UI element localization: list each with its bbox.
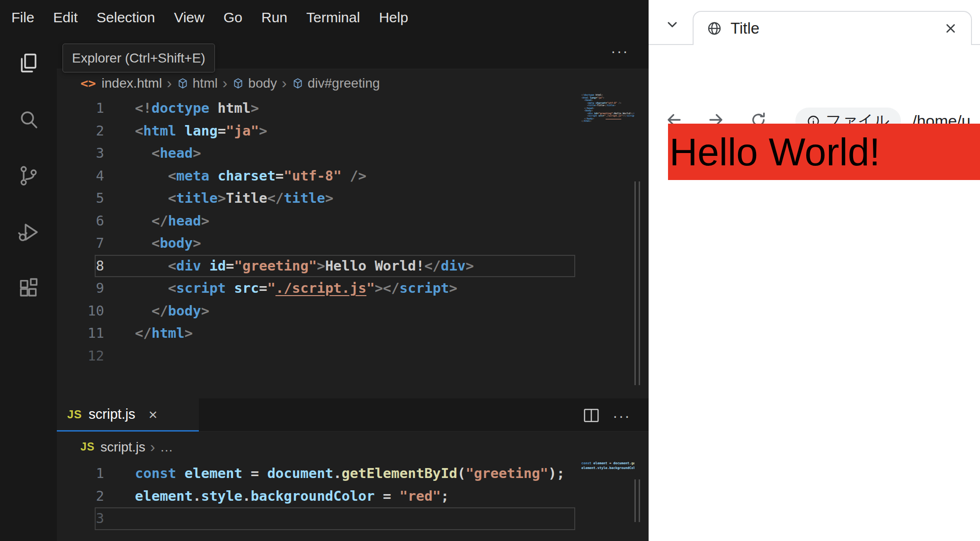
browser-window: Title ファイ	[649, 0, 980, 541]
breadcrumb-item[interactable]: index.html	[102, 76, 162, 91]
scrollbar[interactable]	[634, 479, 636, 522]
line-number: 12	[57, 345, 104, 368]
extensions-icon	[17, 277, 40, 300]
code-line-8[interactable]: 8 <div id="greeting">Hello World!</div>	[57, 255, 639, 278]
menu-item-view[interactable]: View	[164, 0, 214, 35]
breadcrumb-item[interactable]: html	[193, 76, 218, 91]
line-number: 7	[57, 232, 104, 255]
screen: FileEditSelectionViewGoRunTerminalHelp	[0, 0, 980, 541]
minimap-line: const element = document.getElementById(…	[581, 461, 634, 466]
editor-more-actions-button[interactable]: ···	[611, 44, 629, 59]
minimap[interactable]: const element = document.getElementById(…	[581, 461, 634, 477]
activity-bar	[0, 35, 57, 541]
code-line-11[interactable]: 11</html>	[57, 322, 639, 345]
activity-run-debug-button[interactable]	[0, 204, 57, 260]
js-file-icon: JS	[80, 441, 95, 453]
overview-ruler-mark	[639, 181, 640, 385]
chevron-down-icon[interactable]	[665, 17, 680, 32]
code-text: </head>	[135, 210, 209, 233]
code-text: <div id="greeting">Hello World!</div>	[135, 255, 474, 278]
tab-label: script.js	[89, 406, 135, 422]
breadcrumb-separator: ›	[223, 74, 228, 92]
panel-breadcrumb: JS script.js › …	[57, 432, 649, 462]
overview-ruler-mark	[639, 479, 640, 522]
menu-item-run[interactable]: Run	[252, 0, 297, 35]
code-text: <script src="./script.js"></script>	[135, 277, 457, 300]
menu-item-go[interactable]: Go	[214, 0, 252, 35]
activity-search-button[interactable]	[0, 91, 57, 147]
js-editor[interactable]: 1const element = document.getElementById…	[57, 462, 639, 530]
breadcrumb-separator: ›	[282, 74, 287, 92]
activity-explorer-button[interactable]	[0, 35, 57, 91]
code-line-4[interactable]: 4 <meta charset="utf-8" />	[57, 165, 639, 188]
explorer-icon	[17, 52, 40, 74]
code-line-7[interactable]: 7 <body>	[57, 232, 639, 255]
current-line-highlight	[95, 507, 575, 530]
code-text: <meta charset="utf-8" />	[135, 165, 366, 188]
code-line-3[interactable]: 3 <head>	[57, 142, 639, 165]
line-number: 11	[57, 322, 104, 345]
html-editor[interactable]: 1<!doctype html>2<html lang="ja">3 <head…	[57, 97, 639, 367]
code-line-1[interactable]: 1<!doctype html>	[57, 97, 639, 120]
browser-toolbar: ファイル /home/u	[649, 45, 980, 100]
split-editor-icon[interactable]	[582, 406, 600, 424]
symbol-element-icon	[232, 77, 244, 90]
minimap-line: </html>	[581, 120, 634, 123]
line-number: 4	[57, 165, 104, 188]
globe-icon	[707, 21, 722, 36]
minimap[interactable]: <!doctype html><html lang="ja"> <head> <…	[581, 94, 634, 127]
breadcrumb-separator: ›	[167, 74, 172, 92]
scrollbar[interactable]	[634, 181, 636, 385]
code-line-5[interactable]: 5 <title>Title</title>	[57, 187, 639, 210]
code-text: <body>	[135, 232, 201, 255]
code-text: <title>Title</title>	[135, 187, 333, 210]
line-number: 6	[57, 210, 104, 233]
line-number: 8	[57, 255, 104, 278]
tab-title: Title	[731, 19, 759, 37]
symbol-element-icon	[292, 77, 304, 90]
browser-tab[interactable]: Title	[693, 11, 972, 45]
breadcrumb-item[interactable]: script.js	[100, 440, 145, 455]
code-line-3[interactable]: 3	[57, 507, 639, 530]
menu-item-help[interactable]: Help	[369, 0, 418, 35]
line-number: 2	[57, 485, 104, 508]
code-text: const element = document.getElementById(…	[135, 462, 565, 485]
source-control-icon	[17, 164, 40, 187]
code-line-1[interactable]: 1const element = document.getElementById…	[57, 462, 639, 485]
code-text: </html>	[135, 322, 193, 345]
panel-more-actions-button[interactable]: ···	[613, 408, 631, 424]
tab-script-js[interactable]: JS script.js ×	[57, 398, 199, 432]
explorer-tooltip: Explorer (Ctrl+Shift+E)	[62, 44, 215, 72]
close-tab-icon[interactable]: ×	[149, 407, 158, 422]
menu-item-terminal[interactable]: Terminal	[297, 0, 369, 35]
code-text: <head>	[135, 142, 201, 165]
breadcrumb-item[interactable]: div#greeting	[308, 76, 380, 91]
code-line-10[interactable]: 10 </body>	[57, 300, 639, 323]
line-number: 10	[57, 300, 104, 323]
code-line-12[interactable]: 12	[57, 345, 639, 368]
activity-source-control-button[interactable]	[0, 147, 57, 204]
line-number: 1	[57, 97, 104, 120]
code-line-2[interactable]: 2<html lang="ja">	[57, 120, 639, 143]
browser-tab-strip: Title	[649, 0, 980, 45]
breadcrumb-item[interactable]: …	[160, 440, 173, 455]
breadcrumb-item[interactable]: body	[248, 76, 277, 91]
run-and-debug-icon	[17, 221, 40, 243]
breadcrumb-separator: ›	[150, 438, 155, 456]
search-icon	[17, 108, 40, 131]
line-number: 3	[57, 507, 104, 530]
js-file-icon: JS	[67, 408, 82, 421]
code-line-6[interactable]: 6 </head>	[57, 210, 639, 233]
menu-item-file[interactable]: File	[2, 0, 44, 35]
line-number: 3	[57, 142, 104, 165]
line-number: 9	[57, 277, 104, 300]
code-line-9[interactable]: 9 <script src="./script.js"></script>	[57, 277, 639, 300]
close-tab-icon[interactable]	[944, 21, 958, 36]
vscode-window: FileEditSelectionViewGoRunTerminalHelp	[0, 0, 649, 541]
menu-item-selection[interactable]: Selection	[87, 0, 164, 35]
menu-bar: FileEditSelectionViewGoRunTerminalHelp	[0, 0, 649, 35]
code-line-2[interactable]: 2element.style.backgroundColor = "red";	[57, 485, 639, 508]
activity-extensions-button[interactable]	[0, 260, 57, 316]
html-file-icon: <>	[80, 76, 96, 90]
menu-item-edit[interactable]: Edit	[44, 0, 87, 35]
